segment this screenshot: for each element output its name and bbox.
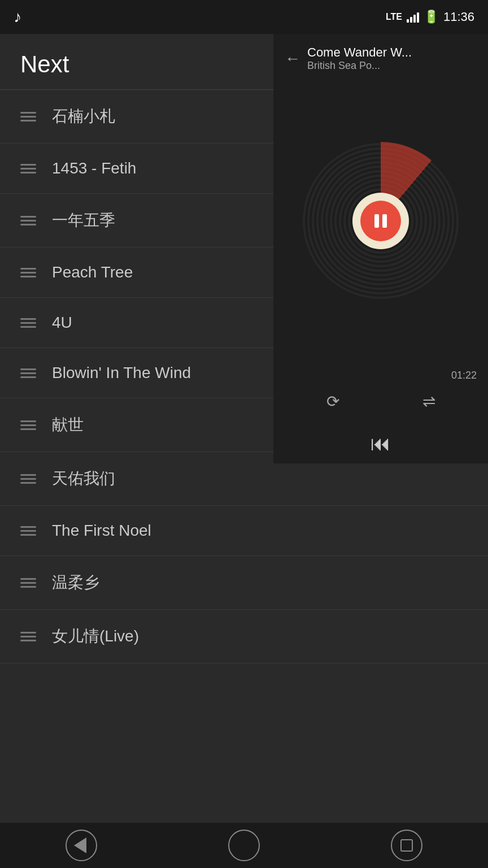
status-bar-right: LTE 🔋 11:36 <box>386 10 474 24</box>
now-playing-title: Come Wander W... <box>307 45 477 60</box>
playlist-item[interactable]: 温柔乡 <box>0 556 488 610</box>
drag-handle[interactable] <box>20 216 36 225</box>
pause-bar-left <box>374 214 379 228</box>
time-display: 01:22 <box>285 370 477 381</box>
lte-icon: LTE <box>386 12 402 22</box>
repeat-button[interactable]: ⟳ <box>319 387 347 415</box>
nav-home-button[interactable] <box>221 823 267 868</box>
signal-bar-2 <box>410 17 412 23</box>
pause-icon <box>373 213 389 229</box>
main-container: Next 石楠小札1453 - Fetih一年五季Peach Tree4UBlo… <box>0 34 488 823</box>
pause-button[interactable] <box>360 201 401 241</box>
signal-bar-4 <box>417 12 419 23</box>
nav-square-icon <box>400 839 413 852</box>
now-playing-info: Come Wander W... British Sea Po... <box>307 45 477 72</box>
song-title: 天佑我们 <box>52 468 468 489</box>
shuffle-icon: ⇌ <box>422 392 435 411</box>
clock-time: 11:36 <box>443 10 474 24</box>
drag-handle[interactable] <box>20 268 36 277</box>
controls-bar: 01:22 ⟳ ⇌ <box>273 364 488 424</box>
status-bar-left: ♪ <box>14 8 21 26</box>
drag-handle[interactable] <box>20 318 36 328</box>
now-playing-panel: ← Come Wander W... British Sea Po... BRI… <box>273 34 488 463</box>
drag-handle[interactable] <box>20 112 36 121</box>
nav-back-circle <box>66 830 97 861</box>
album-art-wrapper: BRITISH SEA NORTH SOUND Man Of Aran <box>302 142 460 300</box>
nav-home-circle <box>228 830 260 861</box>
drag-handle[interactable] <box>20 368 36 378</box>
nav-back-button[interactable] <box>59 823 104 868</box>
drag-handle[interactable] <box>20 474 36 484</box>
music-note-icon: ♪ <box>14 8 21 26</box>
drag-handle[interactable] <box>20 526 36 536</box>
drag-handle[interactable] <box>20 632 36 641</box>
back-button[interactable]: ← <box>285 50 300 68</box>
shuffle-button[interactable]: ⇌ <box>415 387 443 415</box>
playlist-item[interactable]: 女儿情(Live) <box>0 610 488 663</box>
pause-bar-right <box>382 214 387 228</box>
nav-back-arrow-icon <box>74 837 86 853</box>
signal-bar-3 <box>413 15 416 23</box>
drag-handle[interactable] <box>20 578 36 588</box>
drag-handle[interactable] <box>20 420 36 430</box>
skip-prev-container: ⏮ <box>273 424 488 463</box>
now-playing-artist: British Sea Po... <box>307 60 477 72</box>
album-art-container: BRITISH SEA NORTH SOUND Man Of Aran <box>273 77 488 364</box>
skip-prev-icon: ⏮ <box>371 432 391 455</box>
song-title: 温柔乡 <box>52 572 468 593</box>
signal-bar-1 <box>407 19 409 23</box>
signal-bars <box>407 11 419 23</box>
nav-bar <box>0 823 488 868</box>
battery-icon: 🔋 <box>424 10 439 24</box>
nav-recent-circle <box>391 830 422 861</box>
skip-prev-button[interactable]: ⏮ <box>367 429 395 458</box>
song-title: 女儿情(Live) <box>52 626 468 647</box>
repeat-icon: ⟳ <box>326 392 339 411</box>
status-bar: ♪ LTE 🔋 11:36 <box>0 0 488 34</box>
control-buttons: ⟳ ⇌ <box>285 387 477 415</box>
drag-handle[interactable] <box>20 164 36 173</box>
now-playing-header: ← Come Wander W... British Sea Po... <box>273 34 488 77</box>
nav-recent-button[interactable] <box>384 823 429 868</box>
song-title: The First Noel <box>52 522 468 540</box>
playlist-item[interactable]: The First Noel <box>0 506 488 556</box>
